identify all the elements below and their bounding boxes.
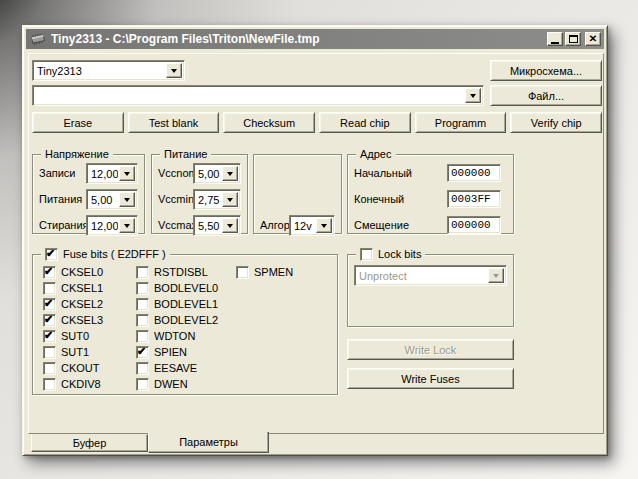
programm-button[interactable]: Programm (415, 112, 507, 133)
cksel1-checkbox[interactable] (43, 282, 56, 295)
start-address-input[interactable] (447, 164, 501, 182)
ckout-checkbox[interactable] (43, 362, 56, 375)
sut1-checkbox[interactable] (43, 346, 56, 359)
end-address-row: Конечный (354, 189, 507, 210)
device-combo-dropdown-button[interactable] (166, 63, 182, 78)
write-voltage-dropdown-button[interactable] (119, 166, 135, 181)
spmen-checkbox[interactable] (236, 266, 249, 279)
fuse-row-rstdisbl: RSTDISBL (136, 266, 218, 279)
bodlevel2-checkbox[interactable] (136, 314, 149, 327)
check-icon: ✔ (46, 247, 55, 260)
file-combo[interactable] (32, 85, 484, 106)
lock-bits-checkbox[interactable] (360, 248, 373, 261)
fuse-row-bodlevel2: BODLEVEL2 (136, 314, 218, 327)
algorithm-combo[interactable]: 12v (289, 215, 335, 236)
bodlevel0-checkbox[interactable] (136, 282, 149, 295)
erase-voltage-dropdown-button[interactable] (119, 218, 135, 233)
sut0-checkbox[interactable]: ✔ (43, 330, 56, 343)
end-address-input[interactable] (447, 190, 501, 208)
dropdown-arrow-icon (227, 198, 233, 202)
vccmin-value: 2,75 (198, 193, 221, 207)
fuse-row-eesave: EESAVE (136, 362, 218, 375)
vccnom-value: 5,00 (198, 167, 221, 181)
verify-chip-button[interactable]: Verify chip (510, 112, 602, 133)
titlebar[interactable]: Tiny2313 - C:\Program Files\Triton\NewFi… (26, 29, 604, 49)
lock-mode-value: Unprotect (359, 269, 487, 283)
wdton-checkbox[interactable] (136, 330, 149, 343)
fuse-bits-group: ✔ Fuse bits ( E2DFFF ) ✔ CKSEL0 CKSEL1 ✔… (32, 254, 338, 395)
read-chip-button[interactable]: Read chip (319, 112, 411, 133)
write-fuses-button[interactable]: Write Fuses (347, 368, 514, 389)
address-group: Адрес Начальный Конечный Смещение (347, 154, 514, 234)
action-button-row: Erase Test blank Checksum Read chip Prog… (32, 112, 602, 133)
erase-voltage-combo[interactable]: 12,00 (86, 215, 138, 236)
test-blank-button[interactable]: Test blank (128, 112, 220, 133)
dropdown-arrow-icon (227, 172, 233, 176)
vccmax-value: 5,50 (198, 219, 221, 233)
minimize-button[interactable] (547, 32, 563, 46)
check-icon: ✔ (44, 329, 53, 342)
vccmax-combo[interactable]: 5,50 (193, 215, 241, 236)
device-combo[interactable]: Tiny2313 (32, 60, 185, 81)
tab-parameters[interactable]: Параметры (148, 432, 269, 453)
rstdisbl-checkbox[interactable] (136, 266, 149, 279)
write-voltage-combo[interactable]: 12,00 (86, 163, 138, 184)
sut1-label: SUT1 (61, 346, 89, 359)
fuse-column-3: SPMEN (236, 266, 293, 279)
supply-voltage-combo[interactable]: 5,00 (86, 189, 138, 210)
dropdown-arrow-icon (124, 224, 130, 228)
write-voltage-value: 12,00 (91, 167, 118, 181)
fuse-row-wdton: WDTON (136, 330, 218, 343)
cksel3-label: CKSEL3 (61, 314, 103, 327)
supply-voltage-dropdown-button[interactable] (119, 192, 135, 207)
offset-address-label: Смещение (354, 219, 409, 231)
eesave-checkbox[interactable] (136, 362, 149, 375)
lock-mode-combo: Unprotect (354, 265, 507, 286)
vccnom-dropdown-button[interactable] (222, 166, 238, 181)
ckdiv8-checkbox[interactable] (43, 378, 56, 391)
bodlevel1-checkbox[interactable] (136, 298, 149, 311)
voltage-group: Напряжение Записи 12,00 Питания 5,00 Сти… (32, 154, 145, 234)
offset-address-input[interactable] (447, 216, 501, 234)
fuse-row-ckout: CKOUT (43, 362, 103, 375)
vccmax-dropdown-button[interactable] (222, 218, 238, 233)
fuse-bits-checkbox[interactable]: ✔ (45, 248, 58, 261)
power-group-title: Питание (160, 147, 211, 162)
dropdown-arrow-icon (321, 224, 327, 228)
supply-voltage-label: Питания (39, 193, 82, 205)
spien-checkbox[interactable]: ✔ (136, 346, 149, 359)
cksel0-checkbox[interactable]: ✔ (43, 266, 56, 279)
file-button[interactable]: Файл... (490, 85, 602, 106)
fuse-row-ckdiv8: CKDIV8 (43, 378, 103, 391)
algorithm-dropdown-button[interactable] (316, 218, 332, 233)
cksel2-checkbox[interactable]: ✔ (43, 298, 56, 311)
cksel3-checkbox[interactable]: ✔ (43, 314, 56, 327)
bodlevel1-label: BODLEVEL1 (154, 298, 218, 311)
vccmin-combo[interactable]: 2,75 (193, 189, 241, 210)
minimize-icon (551, 42, 559, 44)
device-combo-value: Tiny2313 (37, 64, 165, 78)
chip-icon[interactable] (29, 32, 47, 46)
tab-buffer[interactable]: Буфер (31, 434, 148, 452)
vccnom-combo[interactable]: 5,00 (193, 163, 241, 184)
dwen-checkbox[interactable] (136, 378, 149, 391)
app-window: Tiny2313 - C:\Program Files\Triton\NewFi… (22, 25, 608, 456)
ckout-label: CKOUT (61, 362, 100, 375)
power-group: Питание Vccnom 5,00 Vccmin 2,75 Vccmax 5… (151, 154, 248, 234)
vccmax-row: Vccmax 5,50 (158, 215, 241, 236)
lock-mode-dropdown-button (488, 268, 504, 283)
parameters-tab-page: Tiny2313 Микросхема... Файл... Erase Tes… (28, 53, 604, 434)
check-icon: ✔ (44, 265, 53, 278)
lock-bits-group: Lock bits Unprotect (347, 254, 514, 327)
erase-button[interactable]: Erase (32, 112, 124, 133)
address-group-title: Адрес (356, 147, 396, 162)
vccmin-dropdown-button[interactable] (222, 192, 238, 207)
microchip-button[interactable]: Микросхема... (490, 60, 602, 81)
voltage-group-title: Напряжение (41, 147, 113, 162)
checksum-button[interactable]: Checksum (223, 112, 315, 133)
file-combo-dropdown-button[interactable] (465, 88, 481, 103)
check-icon: ✔ (44, 313, 53, 326)
fuse-bits-caption: ✔ Fuse bits ( E2DFFF ) (41, 247, 170, 262)
maximize-button[interactable] (565, 32, 581, 46)
close-button[interactable]: ✕ (585, 32, 601, 46)
